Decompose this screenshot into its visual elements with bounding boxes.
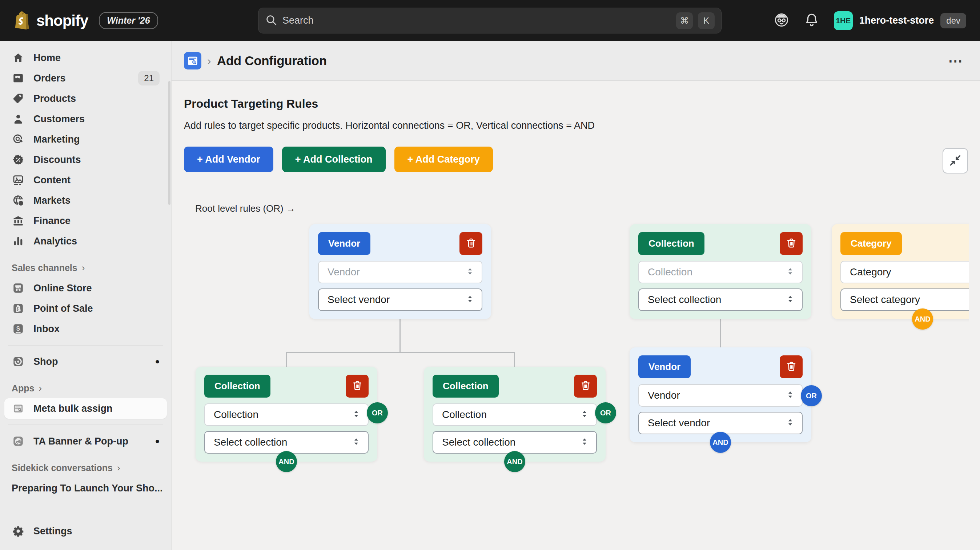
store-avatar: 1HE [834, 11, 853, 30]
person-icon [12, 113, 25, 125]
root-rules-label: Root level rules (OR) → [195, 203, 296, 214]
sidebar-divider [8, 424, 163, 425]
trash-icon [352, 380, 363, 392]
trash-icon [580, 380, 592, 392]
k-key-badge: K [698, 12, 714, 29]
sidebar-item-markets[interactable]: $ Markets [4, 190, 167, 210]
sidebar-item-customers[interactable]: Customers [4, 109, 167, 129]
select-chevrons-icon [785, 390, 795, 401]
sidebar-item-shop[interactable]: Shop • [4, 351, 167, 372]
select-chevrons-icon [579, 409, 590, 421]
rule-value-select[interactable]: Select category [840, 289, 969, 311]
sidebar-scrollbar[interactable] [168, 81, 170, 205]
rule-card-category: Category Category Select category [832, 224, 969, 319]
delete-rule-button[interactable] [780, 356, 803, 378]
store-menu[interactable]: 1HE 1hero-test-store dev [834, 11, 966, 30]
orders-icon [12, 72, 25, 84]
delete-rule-button[interactable] [574, 375, 597, 398]
bell-icon [804, 12, 819, 29]
search-input[interactable]: Search ⌘ K [258, 8, 722, 33]
sidekick-face-icon [773, 12, 789, 29]
target-icon [12, 133, 25, 145]
sidebar-item-marketing[interactable]: Marketing [4, 129, 167, 150]
rule-value-select[interactable]: Select collection [433, 431, 597, 454]
rule-field-select[interactable]: Vendor [638, 384, 803, 407]
meta-bulk-assign-app-icon[interactable] [184, 52, 201, 70]
rule-card-vendor: Vendor Vendor Select vendor [309, 224, 491, 319]
shopify-logo[interactable]: shopify Winter '26 [14, 11, 158, 31]
search-icon [265, 14, 277, 28]
connector-line [720, 319, 721, 349]
cmd-key-badge: ⌘ [676, 12, 693, 29]
orders-count-badge: 21 [138, 71, 159, 86]
meta-bulk-assign-app-icon [12, 402, 25, 414]
trash-icon [786, 237, 797, 250]
rule-field-select[interactable]: Category [840, 261, 969, 283]
sidekick-button[interactable] [773, 12, 789, 29]
sidebar-item-ta-banner[interactable]: TA Banner & Pop-up • [4, 431, 167, 451]
sidebar-item-point-of-sale[interactable]: Point of Sale [4, 298, 167, 319]
sidekick-conversations-header[interactable]: Sidekick conversations › [4, 462, 167, 473]
rule-value-select[interactable]: Select vendor [638, 412, 803, 434]
sidebar-item-discounts[interactable]: Discounts [4, 150, 167, 170]
select-chevrons-icon [465, 294, 475, 306]
page-title: Add Configuration [217, 53, 327, 68]
rule-type-badge: Vendor [638, 356, 690, 378]
rule-value-select[interactable]: Select collection [638, 289, 803, 311]
rule-type-badge: Category [840, 232, 902, 255]
more-actions-button[interactable]: ⋯ [948, 57, 964, 64]
bank-icon [12, 215, 25, 227]
shopify-bag-icon [14, 11, 30, 31]
notifications-button[interactable] [804, 12, 819, 29]
connector-line [286, 352, 287, 368]
sidebar-item-online-store[interactable]: Online Store [4, 278, 167, 298]
sidebar-item-products[interactable]: Products [4, 88, 167, 109]
sidebar-item-home[interactable]: Home [4, 48, 167, 68]
sales-channels-header[interactable]: Sales channels › [4, 262, 167, 274]
globe-dollar-icon: $ [12, 194, 25, 207]
chevron-right-icon: › [39, 383, 42, 394]
megaphone-app-icon [12, 435, 25, 447]
image-icon [12, 174, 25, 186]
sidebar-item-inbox[interactable]: S Inbox [4, 319, 167, 339]
rule-type-badge: Vendor [318, 232, 371, 255]
connector-line [286, 352, 515, 353]
bar-chart-icon [12, 235, 25, 247]
rule-field-select[interactable]: Collection [638, 261, 803, 283]
connector-line [514, 352, 515, 368]
rule-field-select[interactable]: Collection [433, 403, 597, 426]
sidebar-item-settings[interactable]: Settings [4, 521, 167, 541]
rule-type-badge: Collection [433, 375, 499, 398]
storefront-icon [12, 282, 25, 294]
trash-icon [786, 360, 797, 373]
sidekick-conversation-item[interactable]: Preparing To Launch Your Sho... [4, 478, 167, 498]
sidebar-item-analytics[interactable]: Analytics [4, 231, 167, 251]
rule-value-select[interactable]: Select vendor [318, 289, 482, 311]
select-chevrons-icon [351, 437, 361, 448]
connector-line [399, 319, 401, 352]
pos-bag-icon [12, 302, 25, 315]
gear-icon [12, 525, 25, 537]
rule-card-vendor: Vendor Vendor Select vendor [630, 348, 811, 442]
and-connector-badge: AND [504, 451, 525, 472]
or-connector-badge: OR [595, 402, 616, 423]
rule-field-select[interactable]: Vendor [318, 261, 482, 283]
search-placeholder: Search [282, 15, 671, 26]
home-icon [12, 52, 25, 64]
sidebar-item-finance[interactable]: Finance [4, 210, 167, 231]
rule-field-select[interactable]: Collection [204, 403, 369, 426]
rule-value-select[interactable]: Select collection [204, 431, 369, 454]
sidebar-item-meta-bulk-assign[interactable]: Meta bulk assign [4, 398, 167, 419]
delete-rule-button[interactable] [460, 232, 482, 255]
delete-rule-button[interactable] [780, 232, 803, 255]
content-area: Product Targeting Rules Add rules to tar… [172, 81, 980, 550]
sidebar-item-content[interactable]: Content [4, 170, 167, 190]
chevron-right-icon: › [82, 262, 85, 274]
sidebar-item-orders[interactable]: Orders 21 [4, 68, 167, 88]
apps-header[interactable]: Apps › [4, 383, 167, 394]
delete-rule-button[interactable] [346, 375, 369, 398]
rule-card-collection: Collection Collection Select collection [424, 367, 606, 462]
select-chevrons-icon [465, 266, 475, 278]
trash-icon [465, 237, 477, 250]
select-chevrons-icon [785, 266, 795, 278]
